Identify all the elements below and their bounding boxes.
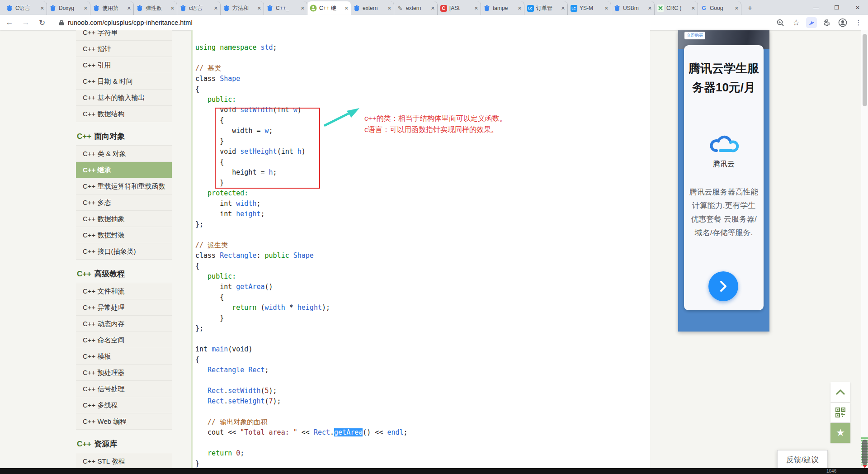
tab-close-icon[interactable]: ✕ [518,5,522,11]
feedback-tooltip[interactable]: 反馈/建议 [777,450,828,469]
favorite-button[interactable]: ★ [830,423,850,443]
sidebar-item[interactable]: C++ 预处理器 [76,365,172,381]
code-line: // 基类 [195,63,408,74]
tab-close-icon[interactable]: ✕ [735,5,739,11]
scroll-to-top-button[interactable] [830,382,850,402]
sidebar-item[interactable]: C++ 类 & 对象 [76,146,172,162]
new-tab-button[interactable]: + [744,2,756,14]
tab-title: 弹性数 [146,5,169,12]
tab-close-icon[interactable]: ✕ [431,5,435,11]
tab-close-icon[interactable]: ✕ [561,5,565,11]
sidebar-item[interactable]: C++ 异常处理 [76,299,172,316]
https-lock-icon [59,19,64,26]
sidebar-item[interactable]: C++ 数据封装 [76,227,172,243]
puzzle-icon[interactable] [821,16,833,29]
tab-close-icon[interactable]: ✕ [344,5,349,11]
ad-card[interactable]: 腾讯云学生服务器10元/月 腾讯云 腾讯云服务器高性能计算能力.更有学生优惠套餐… [684,45,764,310]
sidebar-item[interactable]: C++ Web 编程 [76,413,172,430]
code-line: int width; [195,199,408,209]
qr-code-button[interactable] [830,403,850,422]
tab-close-icon[interactable]: ✕ [387,5,392,11]
bookmark-star-icon[interactable]: ☆ [790,16,802,29]
sidebar-item[interactable]: C++ 模板 [76,348,172,365]
chevron-right-icon [718,280,728,293]
tab-title: extern [363,5,386,11]
sidebar-item[interactable]: C++ 引用 [76,57,172,73]
browser-tab[interactable]: C[ASt✕ [438,1,481,15]
browser-tab[interactable]: 弹性数✕ [134,1,177,15]
tab-close-icon[interactable]: ✕ [474,5,478,11]
tab-close-icon[interactable]: ✕ [301,5,305,11]
browser-tab[interactable]: C++ 继✕ [307,1,351,15]
kebab-menu-icon[interactable]: ⋮ [853,16,864,29]
code-line: Rect.setWidth(5); [195,386,408,396]
scrollbar-thumb[interactable] [863,34,867,106]
tools-icon [657,5,664,12]
browser-tab[interactable]: ✎extern✕ [394,1,438,15]
tab-close-icon[interactable]: ✕ [257,5,261,11]
tab-close-icon[interactable]: ✕ [691,5,695,11]
maximize-button[interactable]: ❐ [826,0,847,15]
sidebar-item[interactable]: C++ 接口(抽象类) [76,243,172,260]
ad-more-button[interactable] [708,271,738,301]
sidebar-item[interactable]: C++ 命名空间 [76,332,172,348]
url-text[interactable]: runoob.com/cplusplus/cpp-inheritance.htm… [68,19,193,26]
sidebar-item[interactable]: C++ 数据结构 [76,106,172,122]
annotation-text-line2: c语言：可以用函数指针实现同样的效果。 [364,124,498,135]
browser-tab[interactable]: CRC (✕ [655,1,698,15]
reload-button[interactable]: ↻ [35,16,49,29]
tab-close-icon[interactable]: ✕ [127,5,131,11]
browser-tab[interactable]: C语言✕ [4,1,47,15]
sidebar-item[interactable]: C++ 基本的输入输出 [76,90,172,106]
page-scrollbar[interactable] [861,30,868,468]
sidebar-item[interactable]: C++ 多态 [76,194,172,211]
code-line: int getArea() [195,282,408,292]
sidebar-item[interactable]: C++ 信号处理 [76,381,172,397]
browser-tab[interactable]: 方法和✕ [221,1,264,15]
code-block: using namespace std; // 基类class Shape{ p… [195,43,408,469]
browser-tab[interactable]: USBm✕ [611,1,655,15]
ad-logo-name: 腾讯云 [684,160,764,169]
tab-title: C语言 [15,5,39,12]
tencent-cloud-ad[interactable]: 立即购买 腾讯云学生服务器10元/月 腾讯云 腾讯云服务器高性能计算能力.更有学… [678,30,769,332]
sidebar-item[interactable]: C++ STL 教程 [76,453,172,469]
page-indicator: 1046 [826,469,836,474]
tab-close-icon[interactable]: ✕ [84,5,88,11]
forward-button[interactable]: → [19,16,33,29]
tab-close-icon[interactable]: ✕ [604,5,609,11]
sidebar-item[interactable]: C++ 数据抽象 [76,211,172,227]
code-line [195,53,408,63]
browser-tab[interactable]: LC订单管✕ [524,1,568,15]
code-line: class Rectangle: public Shape [195,251,408,261]
sidebar-item[interactable]: C++ 动态内存 [76,316,172,332]
sidebar-item[interactable]: C++ 重载运算符和重载函数 [76,178,172,194]
code-line: public: [195,95,408,105]
browser-tab[interactable]: Doxyg✕ [47,1,90,15]
minimize-button[interactable]: — [806,0,826,15]
sidebar-item[interactable]: C++ 字符串 [76,30,172,41]
browser-tab[interactable]: c语言✕ [177,1,221,15]
browser-tab[interactable]: extern✕ [351,1,394,15]
browser-tab[interactable]: 使用第✕ [90,1,134,15]
browser-tab[interactable]: GGoog✕ [698,1,741,15]
code-line: // 派生类 [195,240,408,251]
sidebar-item-active[interactable]: C++ 继承 [76,162,172,178]
tab-close-icon[interactable]: ✕ [648,5,652,11]
sidebar-item[interactable]: C++ 文件和流 [76,283,172,299]
browser-tab[interactable]: tampe✕ [481,1,524,15]
tab-close-icon[interactable]: ✕ [170,5,175,11]
zoom-icon[interactable] [774,16,786,29]
baidu-icon [93,5,100,12]
back-button[interactable]: ← [3,16,16,29]
browser-tab[interactable]: C++_✕ [264,1,307,15]
sidebar-item[interactable]: C++ 多线程 [76,397,172,413]
profile-icon[interactable] [837,16,849,29]
sidebar-item[interactable]: C++ 指针 [76,41,172,57]
close-button[interactable]: ✕ [847,0,868,15]
browser-tab[interactable]: LCYS-M✕ [568,1,611,15]
tab-close-icon[interactable]: ✕ [40,5,44,11]
tab-close-icon[interactable]: ✕ [214,5,218,11]
code-line: cout << "Total area: " << Rect.getArea()… [195,427,408,438]
sidebar-item[interactable]: C++ 日期 & 时间 [76,73,172,90]
bird-extension-icon[interactable] [806,17,817,28]
